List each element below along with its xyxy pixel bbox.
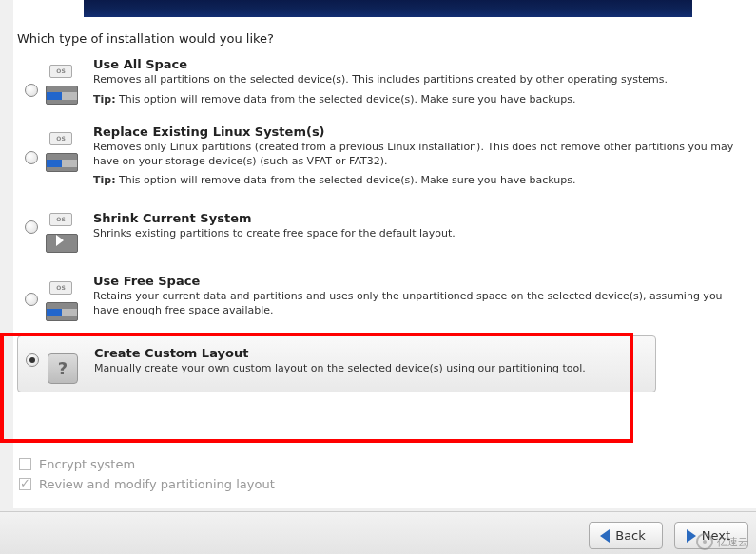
review-layout-label: Review and modify partitioning layout — [39, 477, 275, 491]
option-custom-layout[interactable]: ? Create Custom Layout Manually create y… — [17, 335, 656, 392]
radio-custom-layout[interactable] — [26, 353, 39, 367]
use-all-space-icon: OS — [46, 65, 78, 105]
encrypt-system-checkbox — [19, 458, 31, 470]
footer-bar: Back Next 亿速云 — [0, 511, 756, 554]
option-use-all-space[interactable]: OS Use All Space Removes all partitions … — [17, 51, 746, 115]
radio-use-all-space[interactable] — [25, 84, 38, 97]
option-tip: Tip: This option will remove data from t… — [93, 174, 735, 188]
option-title: Use All Space — [93, 57, 735, 71]
extra-options: Encrypt system Review and modify partiti… — [19, 457, 275, 497]
free-space-icon: OS — [46, 281, 78, 321]
radio-shrink[interactable] — [25, 220, 38, 234]
radio-replace-linux[interactable] — [25, 151, 38, 164]
review-layout-row: Review and modify partitioning layout — [19, 477, 275, 491]
installer-panel: Which type of installation would you lik… — [13, 0, 756, 508]
encrypt-system-row: Encrypt system — [19, 457, 275, 471]
option-free-space[interactable]: OS Use Free Space Retains your current d… — [17, 268, 746, 332]
option-tip: Tip: This option will remove data from t… — [93, 93, 735, 107]
back-button-label: Back — [615, 528, 646, 543]
option-title: Shrink Current System — [93, 211, 735, 225]
review-layout-checkbox — [19, 478, 31, 490]
watermark-text: 亿速云 — [717, 535, 748, 549]
option-description: Removes only Linux partitions (created f… — [93, 141, 735, 169]
header-banner — [84, 0, 692, 17]
option-replace-linux[interactable]: OS Replace Existing Linux System(s) Remo… — [17, 119, 746, 197]
option-shrink[interactable]: OS Shrink Current System Shrinks existin… — [17, 200, 746, 264]
radio-free-space[interactable] — [25, 293, 38, 306]
option-title: Replace Existing Linux System(s) — [93, 124, 735, 139]
option-title: Create Custom Layout — [94, 346, 644, 360]
watermark-logo-icon — [696, 533, 713, 550]
replace-linux-icon: OS — [46, 132, 78, 172]
option-description: Retains your current data and partitions… — [93, 290, 735, 318]
option-description: Removes all partitions on the selected d… — [93, 73, 735, 87]
back-button[interactable]: Back — [589, 522, 663, 549]
install-type-options: OS Use All Space Removes all partitions … — [17, 51, 746, 396]
shrink-icon: OS — [46, 213, 78, 253]
forward-arrow-icon — [687, 529, 696, 543]
option-description: Shrinks existing partitions to create fr… — [93, 227, 735, 241]
back-arrow-icon — [600, 529, 610, 543]
custom-layout-icon: ? — [48, 353, 78, 384]
option-description: Manually create your own custom layout o… — [94, 362, 644, 376]
encrypt-system-label: Encrypt system — [39, 457, 135, 471]
watermark: 亿速云 — [696, 533, 748, 550]
question-text: Which type of installation would you lik… — [17, 31, 274, 46]
option-title: Use Free Space — [93, 274, 735, 288]
